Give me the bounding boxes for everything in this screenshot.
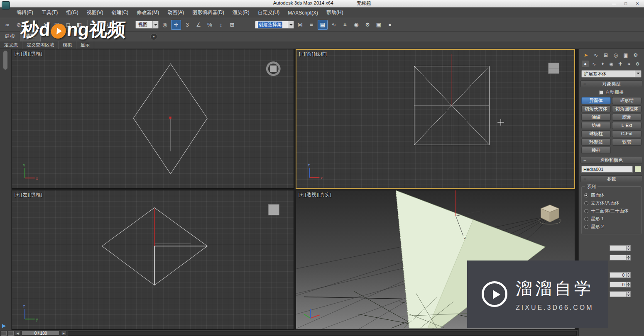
object-name-field[interactable]: Hedra001 [581,166,633,173]
spinner-value-field[interactable]: 0 [610,282,626,287]
spinner-up-icon[interactable] [626,291,631,294]
close-button[interactable]: ✕ [632,0,643,7]
spinner-down-icon[interactable] [626,285,631,287]
menu-item[interactable]: 工具(T) [37,7,62,18]
curve-editor-icon[interactable]: ∿ [329,20,339,30]
scrollbar-thumb[interactable] [3,51,7,70]
menu-item[interactable]: 自定义(U) [254,7,284,18]
window-crossing-icon[interactable]: ◧ [74,20,84,30]
named-selection-set-combo[interactable]: 创建选择集 [255,21,294,29]
select-object-icon[interactable]: ➤ [41,20,51,30]
object-type-button[interactable]: 胶囊 [612,114,642,121]
rollout-object-type[interactable]: 对象类型 [580,80,642,87]
space-warps-category-icon[interactable]: ≈ [625,61,632,67]
spinner-snap-icon[interactable]: ↕ [216,20,226,30]
menu-item[interactable]: MAXScript(X) [284,8,322,18]
align-icon[interactable]: ≡ [306,20,316,30]
series-radio[interactable]: 星形 2 [584,224,639,230]
render-production-icon[interactable]: ● [385,20,395,30]
select-and-manipulate-icon[interactable]: ✛ [171,20,181,30]
unlink-selection-icon[interactable]: ⊘ [14,20,24,30]
object-type-button[interactable]: 环形波 [581,139,611,146]
spinner-up-icon[interactable] [626,282,631,285]
create-tab-icon[interactable]: ➤ [582,51,590,59]
populate-panel-item[interactable]: 定义流 [0,41,22,49]
viewport-label[interactable]: [+][透视][真实] [299,192,332,198]
rollout-parameters[interactable]: 参数 [580,175,642,182]
modify-tab-icon[interactable]: ∿ [592,51,600,59]
rollout-name-and-color[interactable]: 名称和颜色 [580,157,642,163]
maximize-button[interactable]: □ [620,0,632,7]
menu-item[interactable]: 创建(C) [108,7,133,18]
object-type-button[interactable]: 棱柱 [581,147,611,154]
ribbon-tab[interactable]: 建模 [0,31,20,41]
object-type-button[interactable]: 环形结 [612,97,642,104]
autogrid-checkbox[interactable] [599,90,603,95]
menu-item[interactable]: 视图(V) [83,7,108,18]
spinner-down-icon[interactable] [626,248,631,251]
select-and-scale-icon[interactable]: ◇ [113,20,122,30]
object-type-button[interactable]: 球棱柱 [581,130,611,137]
previous-frame-icon[interactable] [15,331,20,336]
menu-item[interactable]: 修改器(M) [132,7,163,18]
selection-region-icon[interactable]: □ [63,20,73,30]
object-type-button[interactable]: C-Ext [612,130,642,137]
motion-tab-icon[interactable]: ◎ [612,51,620,59]
populate-panel-item[interactable]: 定义空闲区域 [22,41,59,49]
object-type-button[interactable]: 纺锤 [581,122,611,129]
bind-to-space-warp-icon[interactable]: ≈ [25,20,35,30]
display-tab-icon[interactable]: ▣ [622,51,630,59]
use-pivot-center-icon[interactable]: ◎ [160,20,170,30]
spinner-value-field[interactable] [610,255,626,261]
schematic-view-icon[interactable]: ⌗ [340,20,350,30]
object-color-swatch[interactable] [634,166,642,173]
object-type-button[interactable]: 切角长方体 [581,105,611,112]
menu-item[interactable]: 组(G) [62,7,82,18]
viewport-top[interactable]: [+][顶][线框] x y [12,49,294,189]
series-radio[interactable]: 四面体 [584,192,639,198]
select-and-link-icon[interactable]: ∞ [2,20,12,30]
hierarchy-tab-icon[interactable]: ⊞ [602,51,610,59]
cameras-category-icon[interactable]: ◉ [608,61,615,67]
render-setup-icon[interactable]: ⚙ [362,20,372,30]
material-editor-icon[interactable]: ◉ [351,20,361,30]
populate-panel-item[interactable]: 模拟 [59,41,76,49]
lights-category-icon[interactable]: ✦ [599,61,606,67]
select-and-rotate-icon[interactable]: ↻ [101,20,111,30]
status-mini-button[interactable] [1,331,7,336]
max-logo-icon[interactable] [2,1,10,10]
time-slider-handle[interactable]: 0 / 100 [22,331,60,336]
minimize-button[interactable]: — [608,0,620,7]
spinner-down-icon[interactable] [626,294,631,297]
ribbon-tab[interactable]: 填充 [20,31,41,41]
spinner-up-icon[interactable] [626,245,631,248]
viewport-label[interactable]: [+][顶][线框] [15,51,43,57]
spinner-up-icon[interactable] [626,255,631,258]
mirror-icon[interactable]: ⋈ [295,20,305,30]
viewport-label[interactable]: [+][左][线框] [15,192,43,198]
spinner-value-field[interactable]: 0 [610,272,626,278]
helpers-category-icon[interactable]: ✚ [617,61,624,67]
spinner-down-icon[interactable] [626,275,631,278]
select-and-move-icon[interactable]: ✛ [90,20,100,30]
spinner-down-icon[interactable] [626,258,631,261]
populate-panel-item[interactable]: 显示 [76,41,94,49]
shapes-category-icon[interactable]: ∿ [590,61,597,67]
series-radio[interactable]: 星形 1 [584,216,639,222]
systems-category-icon[interactable]: ⚙ [634,61,641,67]
menu-item[interactable]: 图形编辑器(D) [188,7,228,18]
spinner-up-icon[interactable] [626,272,631,275]
object-type-button[interactable]: L-Ext [612,122,642,129]
object-type-button[interactable]: 异面体 [581,97,611,104]
object-type-button[interactable]: 油罐 [581,114,611,121]
angle-snap-icon[interactable]: ∠ [193,20,203,30]
panel-scroll-arrow-icon[interactable] [2,323,6,329]
layer-manager-icon[interactable]: ▤ [318,20,328,30]
utilities-tab-icon[interactable]: ⚙ [632,51,640,59]
series-radio[interactable]: 立方体/八面体 [584,200,639,206]
named-selection-sets-icon[interactable]: ⊞ [227,20,237,30]
viewport-left[interactable]: [+][左][线框] y z [12,190,294,330]
snap-toggle-3d-icon[interactable]: 3 [182,20,192,30]
time-slider-track[interactable] [68,331,577,336]
select-by-name-icon[interactable]: ▤ [52,20,62,30]
